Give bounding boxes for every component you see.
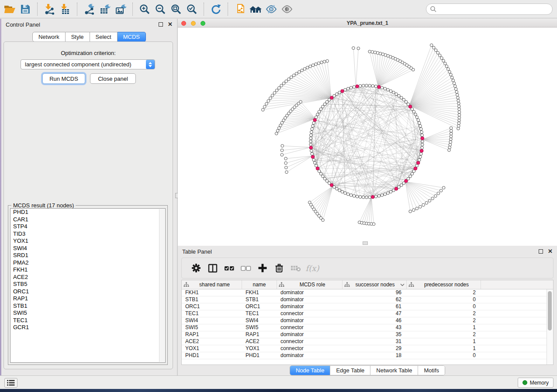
horizontal-splitter-handle[interactable] — [363, 241, 368, 245]
zoom-fit-icon[interactable] — [168, 2, 184, 16]
save-session-icon[interactable] — [17, 2, 33, 16]
table-cell: YOX1 — [242, 345, 277, 352]
zoom-selected-icon[interactable] — [184, 2, 200, 16]
mcds-result-list[interactable]: PHD1CAR1STP4TID3YOX1SWI4SRD1PMA2FKH1ACE2… — [10, 208, 166, 363]
mcds-result-item[interactable]: STB1 — [10, 303, 165, 310]
cybrowser-icon[interactable] — [248, 2, 263, 16]
table-row[interactable]: RAP1RAP1dominator352 — [182, 331, 553, 338]
mcds-result-item[interactable]: FKH1 — [10, 266, 165, 274]
apply-layout-icon[interactable] — [208, 2, 224, 16]
mcds-result-title: MCDS result (17 nodes) — [11, 202, 76, 209]
deselect-all-columns-icon[interactable] — [238, 261, 254, 275]
tab-edge-table[interactable]: Edge Table — [330, 366, 370, 375]
import-network-icon[interactable] — [42, 2, 57, 16]
table-cell: FKH1 — [182, 289, 242, 296]
table-row[interactable]: SWI5SWI5connector431 — [182, 324, 553, 331]
open-file-icon[interactable] — [2, 2, 17, 16]
show-columns-icon[interactable] — [204, 261, 221, 275]
table-cell: TEC1 — [182, 310, 242, 317]
show-tasks-button[interactable] — [4, 378, 17, 388]
control-panel: Control Panel ✕ Network Style Select MCD… — [1, 19, 177, 375]
mcds-tab-content: Optimization criterion: largest connecte… — [3, 41, 173, 369]
mcds-result-item[interactable]: STB5 — [10, 281, 165, 288]
table-panel: Table Panel ✕ — [178, 246, 557, 375]
table-cell: dominator — [277, 289, 343, 296]
delete-column-trash-icon[interactable] — [271, 261, 287, 275]
mcds-result-item[interactable]: TID3 — [10, 230, 165, 238]
mcds-result-item[interactable]: SWI4 — [10, 245, 165, 252]
mcds-result-item[interactable]: ORC1 — [10, 288, 165, 296]
float-panel-icon[interactable] — [159, 22, 163, 27]
table-row[interactable]: SWI4SWI4dominator462 — [182, 317, 553, 324]
table-cell: SWI4 — [182, 317, 242, 324]
table-row[interactable]: ACE2ACE2connector311 — [182, 338, 553, 345]
table-cell: 35 — [343, 331, 407, 338]
network-window-title: YPA_prune.txt_1 — [178, 20, 557, 26]
tab-mcds[interactable]: MCDS — [118, 32, 146, 42]
column-header-predecessor-nodes[interactable]: predecessor nodes — [407, 280, 481, 289]
memory-button[interactable]: Memory — [518, 378, 554, 388]
tab-style[interactable]: Style — [66, 32, 90, 42]
tab-network-table[interactable]: Network Table — [370, 366, 418, 375]
table-row[interactable]: PHD1PHD1dominator180 — [182, 352, 553, 359]
mcds-result-item[interactable]: TEC1 — [10, 317, 165, 324]
mcds-result-item[interactable]: ACE2 — [10, 274, 165, 281]
search-icon — [430, 6, 437, 13]
mcds-result-item[interactable]: STP4 — [10, 223, 165, 230]
tab-motifs[interactable]: Motifs — [418, 366, 445, 375]
tab-node-table[interactable]: Node Table — [290, 366, 331, 375]
column-header-successor-nodes[interactable]: successor nodes — [343, 280, 407, 289]
table-cell: connector — [277, 324, 343, 331]
column-header-shared-name[interactable]: shared name — [182, 280, 242, 289]
column-header-name[interactable]: name — [242, 280, 277, 289]
optimization-criterion-select[interactable]: largest connected component (undirected) — [21, 59, 155, 69]
table-cell: 46 — [343, 317, 407, 324]
result-list-scrollbar[interactable] — [159, 209, 165, 362]
search-box[interactable] — [426, 3, 553, 15]
export-table-icon[interactable] — [97, 2, 113, 16]
memory-label: Memory — [530, 380, 549, 386]
table-scrollbar-thumb[interactable] — [548, 291, 552, 330]
function-builder-icon[interactable]: f(x) — [304, 261, 321, 275]
run-mcds-button[interactable]: Run MCDS — [42, 73, 85, 84]
import-network-url-icon[interactable] — [232, 2, 248, 16]
search-input[interactable] — [437, 6, 549, 12]
mcds-result-item[interactable]: YOX1 — [10, 237, 165, 245]
float-table-panel-icon[interactable] — [539, 249, 543, 254]
tab-network[interactable]: Network — [32, 32, 66, 42]
mcds-result-item[interactable]: RAP1 — [10, 295, 165, 303]
table-row[interactable]: STB1STB1dominator620 — [182, 296, 553, 303]
zoom-in-icon[interactable] — [137, 2, 152, 16]
mcds-result-item[interactable]: SRD1 — [10, 252, 165, 259]
mcds-result-item[interactable]: CAR1 — [10, 216, 165, 224]
import-table-icon[interactable] — [57, 2, 73, 16]
table-row[interactable]: FKH1FKH1dominator962 — [182, 289, 553, 296]
close-panel-icon[interactable]: ✕ — [168, 21, 173, 28]
mcds-result-item[interactable]: PHD1 — [10, 209, 165, 216]
mcds-result-item[interactable]: SWI5 — [10, 309, 165, 317]
table-scrollbar[interactable] — [547, 289, 553, 364]
network-graph[interactable] — [178, 28, 557, 246]
zoom-out-icon[interactable] — [152, 2, 168, 16]
delete-table-icon[interactable] — [287, 261, 304, 275]
network-canvas[interactable] — [178, 28, 557, 246]
export-network-icon[interactable] — [81, 2, 97, 16]
table-header-row: shared namenameMCDS rolesuccessor nodesp… — [182, 280, 553, 289]
close-panel-button[interactable]: Close panel — [90, 73, 136, 84]
table-cell: dominator — [277, 317, 343, 324]
table-options-gear-icon[interactable] — [188, 261, 204, 275]
mcds-result-item[interactable]: PMA2 — [10, 259, 165, 267]
table-row[interactable]: TEC1TEC1connector472 — [182, 310, 553, 317]
close-table-panel-icon[interactable]: ✕ — [548, 248, 553, 254]
hide-panels-icon[interactable] — [263, 2, 279, 16]
table-cell: connector — [277, 345, 343, 352]
column-header-MCDS-role[interactable]: MCDS role — [277, 280, 343, 289]
show-panels-icon[interactable] — [279, 2, 295, 16]
mcds-result-item[interactable]: GCR1 — [10, 324, 165, 331]
export-image-icon[interactable] — [113, 2, 128, 16]
add-column-icon[interactable] — [254, 261, 271, 275]
table-row[interactable]: ORC1ORC1dominator610 — [182, 303, 553, 310]
tab-select[interactable]: Select — [90, 32, 118, 42]
select-all-columns-icon[interactable] — [221, 261, 238, 275]
table-row[interactable]: YOX1YOX1connector291 — [182, 345, 553, 352]
